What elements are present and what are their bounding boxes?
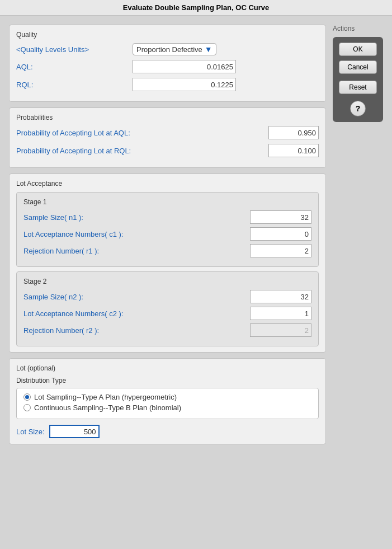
quality-section-title: Quality [16,31,319,39]
cancel-button[interactable]: Cancel [339,60,377,74]
prob-rql-label: Probability of Accepting Lot at RQL: [16,147,264,155]
stage1-rejection-label: Rejection Number( r1 ): [23,247,250,255]
prob-aql-label: Probability of Accepting Lot at AQL: [16,129,264,137]
stage2-acceptance-input[interactable] [250,307,311,320]
left-panel: Quality <Quality Levels Units> Proportio… [9,25,326,540]
aql-row: AQL: [16,60,319,73]
stage2-sample-label: Sample Size( n2 ): [23,293,250,301]
rql-label: RQL: [16,81,128,89]
aql-input[interactable] [133,60,236,73]
aql-label: AQL: [16,63,128,71]
lot-optional-title: Lot (optional) [16,364,319,372]
stage2-rejection-label: Rejection Number( r2 ): [23,326,250,335]
actions-box: OK Cancel Reset ? [333,37,383,122]
radio1-row[interactable]: Lot Sampling--Type A Plan (hypergeometri… [23,393,311,401]
quality-units-label: <Quality Levels Units> [16,45,128,54]
quality-section: Quality <Quality Levels Units> Proportio… [9,25,326,102]
radio1-button[interactable] [23,393,31,401]
lot-acceptance-title: Lot Acceptance [16,180,319,187]
quality-units-row: <Quality Levels Units> Proportion Defect… [16,43,319,55]
stage1-sample-row: Sample Size( n1 ): [23,210,311,224]
rql-input[interactable] [133,78,236,91]
actions-panel: Actions OK Cancel Reset ? [333,25,383,540]
reset-button[interactable]: Reset [339,81,377,94]
rql-row: RQL: [16,78,319,91]
stage1-acceptance-label: Lot Acceptance Numbers( c1 ): [23,230,250,238]
prob-aql-input[interactable] [268,126,319,139]
prob-rql-row: Probability of Accepting Lot at RQL: [16,144,319,157]
lot-optional-section: Lot (optional) Distribution Type Lot Sam… [9,358,326,444]
stage1-acceptance-input[interactable] [250,227,311,241]
actions-label: Actions [333,25,383,32]
stage2-box: Stage 2 Sample Size( n2 ): Lot Acceptanc… [16,271,319,346]
lot-size-row: Lot Size: [16,425,319,438]
stage1-acceptance-row: Lot Acceptance Numbers( c1 ): [23,227,311,241]
probabilities-section: Probabilities Probability of Accepting L… [9,107,326,168]
radio1-label: Lot Sampling--Type A Plan (hypergeometri… [34,393,177,401]
lot-size-label: Lot Size: [16,428,45,436]
lot-acceptance-section: Lot Acceptance Stage 1 Sample Size( n1 )… [9,173,326,353]
dist-type-label: Distribution Type [16,377,319,384]
radio2-row[interactable]: Continuous Sampling--Type B Plan (binomi… [23,403,311,412]
title-bar: Evaluate Double Sampling Plan, OC Curve [0,0,392,16]
stage1-box: Stage 1 Sample Size( n1 ): Lot Acceptanc… [16,192,319,267]
stage1-title: Stage 1 [23,198,311,206]
prob-aql-row: Probability of Accepting Lot at AQL: [16,126,319,139]
dist-type-box: Lot Sampling--Type A Plan (hypergeometri… [16,388,319,419]
stage2-acceptance-row: Lot Acceptance Numbers( c2 ): [23,307,311,320]
prob-rql-input[interactable] [268,144,319,157]
dropdown-arrow-icon: ▼ [205,45,212,54]
ok-button[interactable]: OK [339,43,377,56]
stage2-acceptance-label: Lot Acceptance Numbers( c2 ): [23,309,250,318]
radio2-button[interactable] [23,404,31,411]
stage1-rejection-row: Rejection Number( r1 ): [23,244,311,257]
stage1-sample-label: Sample Size( n1 ): [23,213,250,222]
window-title: Evaluate Double Sampling Plan, OC Curve [123,3,270,12]
radio2-label: Continuous Sampling--Type B Plan (binomi… [34,403,181,412]
dropdown-value: Proportion Defective [136,45,202,54]
stage1-rejection-input[interactable] [250,244,311,257]
lot-size-input[interactable] [49,425,100,438]
stage2-title: Stage 2 [23,278,311,285]
help-button[interactable]: ? [350,101,366,116]
stage2-sample-row: Sample Size( n2 ): [23,290,311,303]
stage2-sample-input[interactable] [250,290,311,303]
quality-dropdown[interactable]: Proportion Defective ▼ [133,43,216,55]
stage1-sample-input[interactable] [250,210,311,224]
stage2-rejection-input[interactable] [250,323,311,337]
probabilities-section-title: Probabilities [16,114,319,121]
stage2-rejection-row: Rejection Number( r2 ): [23,323,311,337]
